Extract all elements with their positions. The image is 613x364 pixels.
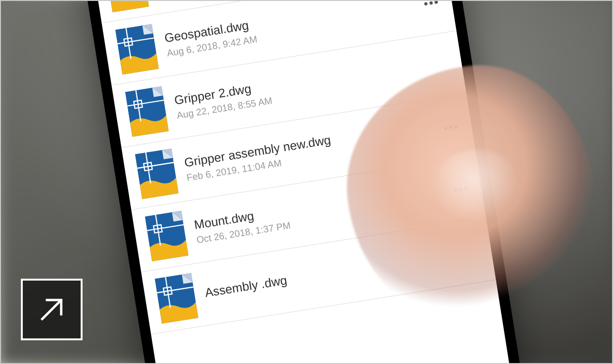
dwg-file-icon [155,273,198,324]
svg-line-36 [42,301,60,319]
phone: Add Source [75,0,538,364]
more-options-icon[interactable]: ••• [450,179,473,200]
dwg-file-icon [115,24,159,75]
phone-screen: Add Source [87,0,525,364]
expand-button[interactable] [21,279,83,340]
more-options-icon[interactable]: ••• [420,0,443,13]
arrow-up-right-icon [35,292,69,327]
image-stage: Add Source [0,0,613,364]
dwg-file-icon [145,211,188,262]
file-list: Drive Roller Assembly.dwg Aug 6, 2018, 9… [92,0,496,335]
dwg-file-icon [105,0,149,12]
dwg-file-icon [135,149,178,200]
more-options-icon[interactable]: ••• [440,117,463,138]
dwg-file-icon [125,86,169,137]
